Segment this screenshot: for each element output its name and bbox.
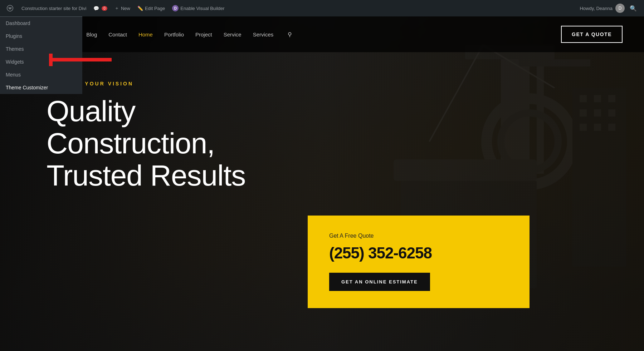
hero-title: Quality Construction, Trusted Results [47, 95, 297, 192]
howdy-text: Howdy, Deanna D [580, 4, 625, 13]
new-bar-item[interactable]: ＋ New [111, 0, 134, 16]
site-wrapper: About Blog Contact Home Portfolio Projec… [0, 16, 644, 351]
svg-rect-16 [594, 95, 601, 102]
quote-box-label: Get A Free Quote [329, 233, 508, 239]
svg-rect-19 [594, 109, 601, 117]
dropdown-item-plugins[interactable]: Plugins [0, 30, 82, 43]
new-label: New [121, 6, 130, 11]
hero-title-line2: Trusted Results [47, 159, 245, 192]
nav-service[interactable]: Service [224, 31, 241, 38]
dropdown-item-dashboard[interactable]: Dashboard [0, 17, 82, 30]
svg-rect-20 [608, 109, 615, 117]
svg-rect-6 [519, 59, 590, 66]
pencil-icon: ✏️ [137, 6, 143, 11]
edit-page-bar-item[interactable]: ✏️ Edit Page [134, 0, 169, 16]
hero-subtitle: BUILDING YOUR VISION [47, 81, 297, 86]
dropdown-item-theme-customizer[interactable]: Theme Customizer [0, 81, 82, 94]
hero-content: BUILDING YOUR VISION Quality Constructio… [47, 81, 297, 192]
dropdown-item-themes[interactable]: Themes [0, 43, 82, 55]
site-name-text: Construction starter site for Divi [21, 6, 86, 11]
nav-search-icon[interactable]: ⚲ [288, 31, 292, 38]
divi-icon: D [172, 5, 179, 11]
hero-section: About Blog Contact Home Portfolio Projec… [0, 16, 644, 351]
comments-bar-item[interactable]: 💬 0 [90, 0, 111, 16]
dropdown-item-widgets[interactable]: Widgets [0, 55, 82, 68]
quote-box-phone: (255) 352-6258 [329, 244, 508, 262]
hero-title-line1: Quality Construction, [47, 95, 215, 159]
svg-text:W: W [9, 6, 12, 10]
plus-icon: ＋ [114, 5, 119, 11]
nav-project[interactable]: Project [195, 31, 212, 38]
svg-rect-23 [608, 124, 615, 131]
dropdown-menu: Dashboard Plugins Themes Widgets Menus T… [0, 16, 82, 94]
comment-count: 0 [102, 6, 107, 11]
edit-page-label: Edit Page [145, 6, 165, 11]
admin-bar: W Construction starter site for Divi 💬 0… [0, 0, 644, 16]
avatar: D [615, 4, 625, 13]
site-header: About Blog Contact Home Portfolio Projec… [0, 16, 644, 52]
comment-icon: 💬 [93, 6, 99, 11]
nav-services[interactable]: Services [253, 31, 274, 38]
wp-logo[interactable]: W [4, 2, 16, 15]
nav-contact[interactable]: Contact [108, 31, 127, 38]
site-nav: About Blog Contact Home Portfolio Projec… [61, 31, 561, 38]
enable-builder-label: Enable Visual Builder [180, 6, 224, 11]
dropdown-item-menus[interactable]: Menus [0, 68, 82, 81]
svg-rect-18 [580, 109, 587, 117]
nav-portfolio[interactable]: Portfolio [164, 31, 184, 38]
svg-rect-22 [594, 124, 601, 131]
svg-line-12 [429, 45, 483, 142]
admin-bar-right: Howdy, Deanna D 🔍 [580, 4, 640, 13]
svg-rect-10 [394, 159, 537, 181]
svg-rect-17 [608, 95, 615, 102]
estimate-button[interactable]: GET AN ONLINE ESTIMATE [329, 273, 430, 291]
nav-home[interactable]: Home [138, 31, 153, 38]
get-quote-button[interactable]: GET A QUOTE [561, 26, 623, 43]
search-icon-bar[interactable]: 🔍 [626, 5, 640, 12]
enable-builder-bar-item[interactable]: D Enable Visual Builder [169, 0, 228, 16]
svg-rect-21 [580, 124, 587, 131]
quote-box: Get A Free Quote (255) 352-6258 GET AN O… [308, 216, 530, 308]
site-name-bar[interactable]: Construction starter site for Divi [18, 0, 90, 16]
svg-rect-15 [580, 95, 587, 102]
nav-blog[interactable]: Blog [86, 31, 97, 38]
